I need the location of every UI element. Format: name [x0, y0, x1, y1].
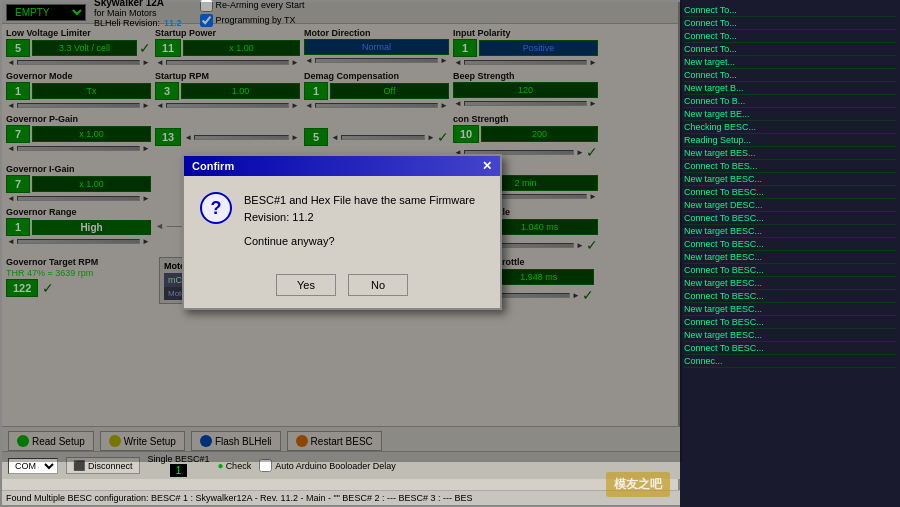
besc-number: 1	[170, 464, 188, 477]
dialog-question-icon: ?	[200, 192, 232, 224]
log-line: Connect To BESC...	[684, 212, 896, 225]
log-line: New target BESC...	[684, 277, 896, 290]
log-line: Connect To...	[684, 69, 896, 82]
dialog-message: BESC#1 and Hex File have the same Firmwa…	[244, 192, 484, 250]
watermark: 模友之吧	[606, 472, 670, 497]
log-line: Connect To BESC...	[684, 342, 896, 355]
log-line: Connect To B...	[684, 95, 896, 108]
dialog-title: Confirm	[192, 160, 234, 172]
dialog-message-line1: BESC#1 and Hex File have the same Firmwa…	[244, 192, 484, 225]
dialog-title-bar: Confirm ✕	[184, 156, 500, 176]
log-line: Connect To BESC...	[684, 186, 896, 199]
log-panel: Connect To...Connect To...Connect To...C…	[680, 0, 900, 507]
app-window: EMPTY Skywalker 12A for Main Motors BLHe…	[0, 0, 680, 507]
log-line: Connect To...	[684, 43, 896, 56]
log-line: New target BE...	[684, 108, 896, 121]
log-line: New target BESC...	[684, 303, 896, 316]
dialog-overlay: Confirm ✕ ? BESC#1 and Hex File have the…	[2, 2, 682, 462]
dialog-close-icon[interactable]: ✕	[482, 159, 492, 173]
auto-arduino-label: Auto Arduino Booloader Delay	[275, 461, 396, 471]
log-line: New target BESC...	[684, 329, 896, 342]
log-line: New target B...	[684, 82, 896, 95]
log-line: Connect To BESC...	[684, 316, 896, 329]
dialog-no-button[interactable]: No	[348, 274, 408, 296]
watermark-text: 模友之吧	[606, 472, 670, 497]
log-line: Connect To...	[684, 17, 896, 30]
log-line: Connect To BESC...	[684, 264, 896, 277]
confirm-dialog: Confirm ✕ ? BESC#1 and Hex File have the…	[182, 154, 502, 310]
log-line: New target DESC...	[684, 199, 896, 212]
disconnect-label: Disconnect	[88, 461, 133, 471]
dialog-message-line3: Continue anyway?	[244, 233, 484, 250]
log-line: Reading Setup...	[684, 134, 896, 147]
dialog-icon-text: ?	[211, 198, 222, 219]
log-line: Connec...	[684, 355, 896, 368]
dialog-content: ? BESC#1 and Hex File have the same Firm…	[184, 176, 500, 266]
log-line: New target BESC...	[684, 173, 896, 186]
log-line: Checking BESC...	[684, 121, 896, 134]
log-line: New target BESC...	[684, 251, 896, 264]
log-line: New target BES...	[684, 147, 896, 160]
log-line: New target BESC...	[684, 225, 896, 238]
log-line: Connect To...	[684, 4, 896, 17]
log-line: Connect To...	[684, 30, 896, 43]
info-bar: Found Multiple BESC configuration: BESC#…	[2, 490, 682, 505]
log-line: New target...	[684, 56, 896, 69]
log-line: Connect To BESC...	[684, 290, 896, 303]
dialog-spacer	[244, 225, 484, 233]
log-line: Connect To BES...	[684, 160, 896, 173]
dialog-buttons: Yes No	[184, 266, 500, 308]
dialog-yes-button[interactable]: Yes	[276, 274, 336, 296]
check-label: Check	[226, 461, 252, 471]
log-line: Connect To BESC...	[684, 238, 896, 251]
info-bar-text: Found Multiple BESC configuration: BESC#…	[6, 493, 472, 503]
